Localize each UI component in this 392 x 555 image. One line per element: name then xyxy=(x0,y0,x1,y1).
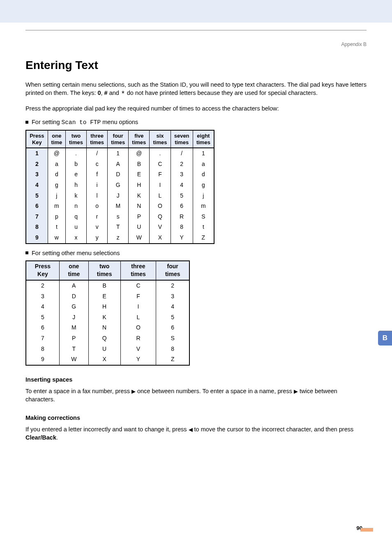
table-cell: 4 xyxy=(26,302,59,312)
table-cell: / xyxy=(171,148,193,159)
table-cell: e xyxy=(65,169,86,180)
table-cell: . xyxy=(150,148,171,159)
table-header: two times xyxy=(88,261,120,280)
table-cell: D xyxy=(108,169,129,180)
comma: , xyxy=(101,90,104,96)
inserting-spaces-paragraph: To enter a space in a fax number, press … xyxy=(25,387,367,404)
table-cell: J xyxy=(59,312,88,323)
table-cell: M xyxy=(59,322,88,333)
table-cell: l xyxy=(87,191,108,201)
table-cell: r xyxy=(87,212,108,222)
table-row: 4ghiGHI4g xyxy=(26,180,214,191)
table-header: Press Key xyxy=(26,261,59,280)
table-header: one time xyxy=(59,261,88,280)
table-cell: O xyxy=(120,322,156,333)
table-cell: J xyxy=(108,191,129,201)
table-cell: 8 xyxy=(26,222,48,233)
table-cell: P xyxy=(59,333,88,344)
header-separator xyxy=(25,30,367,30)
table-row: 5jklJKL5j xyxy=(26,191,214,201)
table-cell: A xyxy=(59,280,88,291)
table-cell: H xyxy=(88,302,120,312)
table-row: 6MNO6 xyxy=(26,322,189,333)
table-cell: d xyxy=(193,169,214,180)
table-cell: t xyxy=(193,222,214,233)
intro-paragraph-2: Press the appropriate dial pad key the r… xyxy=(25,104,367,113)
table-row: 3DEF3 xyxy=(26,291,189,302)
table-header: onetime xyxy=(48,130,65,148)
table-row: 9WXYZ xyxy=(26,354,189,365)
table-header: PressKey xyxy=(26,130,48,148)
table-cell: E xyxy=(88,291,120,302)
table-row: 4GHI4 xyxy=(26,302,189,312)
table-cell: W xyxy=(129,233,150,244)
table-cell: 9 xyxy=(26,354,59,365)
making-corrections-heading: Making corrections xyxy=(25,414,367,422)
table-cell: 1 xyxy=(26,148,48,159)
table-header: eighttimes xyxy=(193,130,214,148)
table-cell: 3 xyxy=(26,169,48,180)
table-cell: Y xyxy=(171,233,193,244)
arrow-left-icon: ◀ xyxy=(189,426,193,433)
table-cell: p xyxy=(48,212,65,222)
table-header: twotimes xyxy=(65,130,86,148)
table-cell: L xyxy=(150,191,171,201)
table-cell: / xyxy=(87,148,108,159)
table-cell: 6 xyxy=(26,322,59,333)
square-bullet-icon xyxy=(25,121,28,124)
table-cell: t xyxy=(48,222,65,233)
bullet1-b: menu options xyxy=(101,119,138,125)
table-cell: A xyxy=(108,159,129,170)
table-cell: 5 xyxy=(156,312,189,323)
table-cell: Q xyxy=(150,212,171,222)
table-cell: j xyxy=(48,191,65,201)
inserting-spaces-heading: Inserting spaces xyxy=(25,375,367,384)
table-cell: U xyxy=(88,344,120,355)
intro-paragraph-1: When setting certain menu selections, su… xyxy=(25,81,367,99)
table-cell: W xyxy=(59,354,88,365)
square-bullet-icon xyxy=(25,251,28,254)
table-cell: y xyxy=(87,233,108,244)
table-cell: j xyxy=(193,191,214,201)
table-cell: @ xyxy=(48,148,65,159)
table-cell: D xyxy=(59,291,88,302)
table-cell: s xyxy=(108,212,129,222)
making-corrections-paragraph: If you entered a letter incorrectly and … xyxy=(25,425,367,442)
table-cell: N xyxy=(88,322,120,333)
table-cell: F xyxy=(120,291,156,302)
table-cell: x xyxy=(65,233,86,244)
table-cell: n xyxy=(65,201,86,212)
table-cell: X xyxy=(88,354,120,365)
table-cell: H xyxy=(129,180,150,191)
table-row: 5JKL5 xyxy=(26,312,189,323)
table-cell: C xyxy=(120,280,156,291)
table-cell: 8 xyxy=(171,222,193,233)
table-row: 3defDEF3d xyxy=(26,169,214,180)
table-cell: q xyxy=(65,212,86,222)
table-cell: 2 xyxy=(26,280,59,291)
table-row: 1@./1@./1 xyxy=(26,148,214,159)
table-cell: 5 xyxy=(26,191,48,201)
top-band xyxy=(0,0,392,23)
table-cell: 9 xyxy=(26,233,48,244)
table-header: fourtimes xyxy=(108,130,129,148)
table-row: 7PQRS xyxy=(26,333,189,344)
table-cell: f xyxy=(87,169,108,180)
corr-a: If you entered a letter incorrectly and … xyxy=(25,426,189,433)
table-cell: 1 xyxy=(193,148,214,159)
table-cell: B xyxy=(129,159,150,170)
table-cell: g xyxy=(48,180,65,191)
table-cell: I xyxy=(120,302,156,312)
table-cell: z xyxy=(108,233,129,244)
table-cell: V xyxy=(150,222,171,233)
table-cell: T xyxy=(108,222,129,233)
table-row: 6mnoMNO6m xyxy=(26,201,214,212)
table-header: three times xyxy=(120,261,156,280)
table-row: 8TUV8 xyxy=(26,344,189,355)
table-row: 2ABC2 xyxy=(26,280,189,291)
table-cell: Y xyxy=(120,354,156,365)
key-star: * xyxy=(121,90,125,98)
table-cell: M xyxy=(108,201,129,212)
table-cell: v xyxy=(87,222,108,233)
bullet-scan-to-ftp: For setting Scan to FTP menu options xyxy=(25,118,367,127)
